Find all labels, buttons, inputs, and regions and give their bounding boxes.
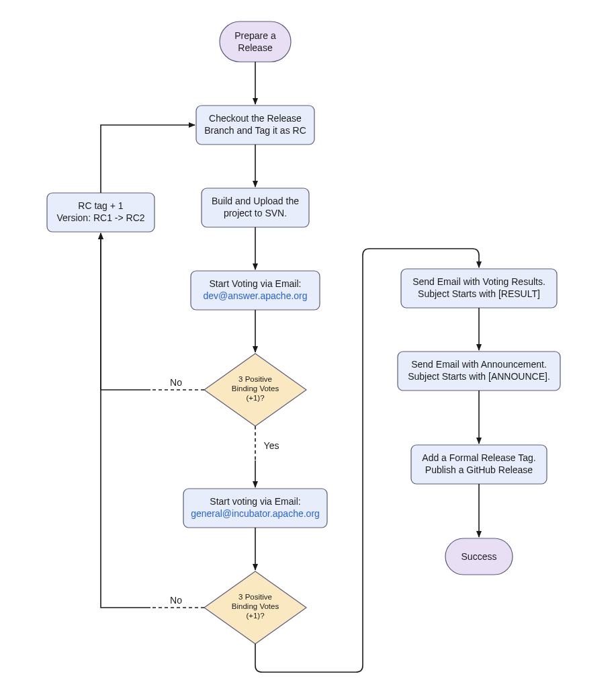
svg-text:Start Voting via Email:: Start Voting via Email: [210,278,302,289]
svg-text:Add a Formal Release Tag.: Add a Formal Release Tag. [422,452,535,463]
svg-text:Publish a GitHub Release: Publish a GitHub Release [425,464,533,475]
svg-text:Send Email with Announcement.: Send Email with Announcement. [411,359,547,370]
edge [101,233,150,390]
svg-text:Binding Votes: Binding Votes [232,602,279,610]
node-decision-1: 3 Positive Binding Votes (+1)? [204,354,306,426]
node-rc-bump: RC tag + 1 Version: RC1 -> RC2 [47,193,155,232]
svg-text:Subject Starts with [RESULT]: Subject Starts with [RESULT] [418,288,540,299]
svg-text:Checkout the Release: Checkout the Release [209,113,302,124]
svg-text:Subject Starts with [ANNOUNCE]: Subject Starts with [ANNOUNCE]. [408,371,550,382]
email-link-dev[interactable]: dev@answer.apache.org [203,290,307,301]
node-send-result: Send Email with Voting Results. Subject … [401,269,557,308]
node-prepare-release: Prepare a Release [220,22,291,62]
svg-rect-0 [220,22,291,62]
svg-text:Send Email with Voting Results: Send Email with Voting Results. [412,276,545,287]
svg-text:Version: RC1 -> RC2: Version: RC1 -> RC2 [56,212,144,223]
edge [101,233,150,608]
svg-text:3 Positive: 3 Positive [238,375,272,383]
svg-text:Branch and Tag it as RC: Branch and Tag it as RC [204,125,306,136]
svg-text:Binding Votes: Binding Votes [232,384,279,393]
svg-text:project to SVN.: project to SVN. [224,208,287,218]
node-vote-general: Start voting via Email: general@incubato… [183,489,327,528]
svg-text:Build and Upload the: Build and Upload the [212,196,299,206]
svg-text:(+1)?: (+1)? [246,394,264,402]
node-decision-2: 3 Positive Binding Votes (+1)? [204,571,306,644]
svg-text:Prepare a: Prepare a [234,30,276,41]
svg-text:3 Positive: 3 Positive [238,593,272,601]
node-vote-dev: Start Voting via Email: dev@answer.apach… [191,271,320,310]
svg-text:Release: Release [238,42,273,53]
node-checkout-branch: Checkout the Release Branch and Tag it a… [196,106,314,145]
node-release-tag: Add a Formal Release Tag. Publish a GitH… [411,445,547,484]
flowchart-canvas: Prepare a Release Checkout the Release B… [0,0,616,697]
node-build-upload: Build and Upload the project to SVN. [202,188,309,227]
edge-label-no: No [170,377,182,388]
svg-text:Start voting via Email:: Start voting via Email: [210,496,300,507]
svg-text:RC tag + 1: RC tag + 1 [78,200,124,211]
edge [101,125,195,193]
edge-label-yes: Yes [264,440,279,451]
email-link-general[interactable]: general@incubator.apache.org [191,508,320,519]
svg-text:Success: Success [461,551,497,562]
edge-label-no: No [170,595,182,606]
svg-text:(+1)?: (+1)? [246,612,264,620]
node-success: Success [445,538,513,575]
node-send-announce: Send Email with Announcement. Subject St… [398,352,560,391]
